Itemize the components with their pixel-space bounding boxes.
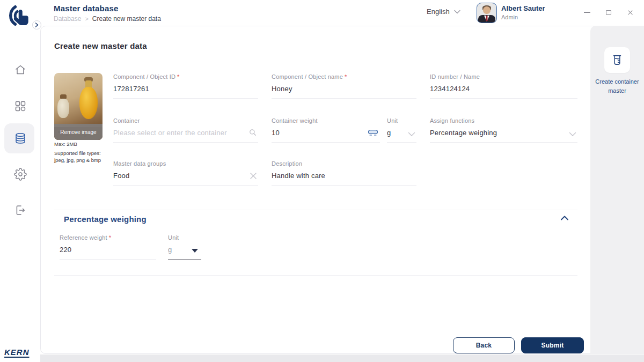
field-description: Description xyxy=(272,160,416,186)
app-window: Master database Database > Create new ma… xyxy=(0,0,644,362)
page-heading: Master database xyxy=(54,4,161,13)
language-selector[interactable]: English xyxy=(427,8,460,16)
component-name-label: Component / Object name* xyxy=(272,73,416,80)
description-input[interactable] xyxy=(272,167,416,186)
field-container: Container xyxy=(113,117,258,143)
master-data-groups-input[interactable] xyxy=(113,167,258,186)
scale-icon[interactable] xyxy=(367,128,379,137)
sidebar-item-apps[interactable] xyxy=(14,100,27,113)
avatar[interactable] xyxy=(477,3,497,23)
field-container-weight-unit: Unit xyxy=(387,117,416,143)
gear-icon xyxy=(14,168,27,181)
sidebar-item-home[interactable] xyxy=(14,63,27,76)
field-reference-unit: Unit xyxy=(168,234,201,260)
user-info: Albert Sauter Admin xyxy=(501,4,545,20)
breadcrumb: Database > Create new master data xyxy=(54,15,161,23)
component-id-label: Component / Object ID* xyxy=(113,73,258,80)
user-role: Admin xyxy=(501,14,545,20)
chevron-right-icon xyxy=(35,23,39,27)
section-title: Percentage weighing xyxy=(64,215,147,224)
back-button[interactable]: Back xyxy=(453,337,515,353)
field-component-id: Component / Object ID* xyxy=(113,73,258,99)
close-icon xyxy=(627,10,633,16)
submit-button[interactable]: Submit xyxy=(521,337,584,353)
container-weight-label: Container weight xyxy=(272,117,380,124)
clear-icon[interactable] xyxy=(250,172,257,180)
reference-weight-label: Reference weight* xyxy=(60,234,156,241)
field-master-data-groups: Master data groups xyxy=(113,160,258,186)
id-number-label: ID number / Name xyxy=(430,73,577,80)
breadcrumb-current: Create new master data xyxy=(92,15,161,23)
top-header: Master database Database > Create new ma… xyxy=(0,0,644,26)
chevron-down-icon xyxy=(454,10,460,14)
image-types-note-line1: Supported file types: xyxy=(54,150,113,157)
image-types-note-line2: jpeg, jpg, png & bmp xyxy=(54,157,113,164)
section-divider xyxy=(54,210,577,210)
sidebar: KERN xyxy=(0,26,40,362)
required-mark: * xyxy=(109,234,111,241)
unit-label: Unit xyxy=(387,117,416,124)
unit-label: Unit xyxy=(168,234,201,241)
apps-grid-icon xyxy=(14,100,27,113)
window-controls xyxy=(583,6,634,18)
image-max-size-note: Max: 2MB xyxy=(54,141,113,148)
reference-weight-input[interactable] xyxy=(60,241,156,260)
assign-functions-label: Assign functions xyxy=(430,117,577,124)
container-weight-input[interactable] xyxy=(272,124,380,143)
assign-functions-select[interactable] xyxy=(430,124,577,143)
component-id-input[interactable] xyxy=(113,80,258,99)
field-component-name: Component / Object name* xyxy=(272,73,416,99)
product-image-detail xyxy=(79,87,98,119)
minimize-button[interactable] xyxy=(583,8,591,17)
minimize-icon xyxy=(584,12,590,13)
container-label: Container xyxy=(113,117,258,124)
container-beaker-icon xyxy=(610,53,624,67)
maximize-icon xyxy=(606,10,611,15)
breadcrumb-parent[interactable]: Database xyxy=(54,15,81,23)
form-title: Create new master data xyxy=(54,41,147,50)
maximize-button[interactable] xyxy=(604,8,613,17)
right-action-panel: Create container master xyxy=(590,26,644,354)
create-container-master-label[interactable]: Create container master xyxy=(590,77,644,95)
main-content-card: Create new master data Remove image Max:… xyxy=(40,26,644,354)
avatar-head xyxy=(483,6,491,14)
field-assign-functions: Assign functions xyxy=(430,117,577,143)
chevron-up-icon xyxy=(560,215,570,221)
header-titles: Master database Database > Create new ma… xyxy=(54,4,161,23)
sidebar-item-database[interactable] xyxy=(14,132,27,145)
container-search-input[interactable] xyxy=(113,124,258,143)
dropdown-arrow-icon[interactable] xyxy=(192,249,198,253)
language-label: English xyxy=(427,8,450,16)
required-mark: * xyxy=(177,73,179,80)
content-divider xyxy=(54,275,577,276)
search-icon[interactable] xyxy=(248,128,257,137)
user-name: Albert Sauter xyxy=(501,4,545,12)
collapse-section-button[interactable] xyxy=(560,215,570,225)
breadcrumb-separator: > xyxy=(85,16,88,22)
close-button[interactable] xyxy=(626,8,634,17)
logout-icon xyxy=(14,204,27,217)
kern-brand-logo: KERN xyxy=(4,348,30,357)
create-container-master-button[interactable] xyxy=(604,47,630,73)
database-icon xyxy=(14,132,27,145)
component-name-input[interactable] xyxy=(272,80,416,99)
master-data-groups-label: Master data groups xyxy=(113,160,258,167)
sidebar-item-settings[interactable] xyxy=(14,168,27,181)
avatar-tie xyxy=(486,16,488,21)
sidebar-item-logout[interactable] xyxy=(14,204,27,217)
id-number-input[interactable] xyxy=(430,80,577,99)
chevron-down-icon[interactable] xyxy=(569,132,576,137)
field-id-number: ID number / Name xyxy=(430,73,577,99)
description-label: Description xyxy=(272,160,416,167)
field-container-weight: Container weight xyxy=(272,117,380,143)
image-upload-notes: Max: 2MB Supported file types: jpeg, jpg… xyxy=(54,141,113,164)
required-mark: * xyxy=(345,73,347,80)
window-bottom-strip xyxy=(40,354,644,362)
product-image: Remove image xyxy=(54,73,103,140)
remove-image-button[interactable]: Remove image xyxy=(54,124,103,140)
sidebar-expand-button[interactable] xyxy=(32,20,41,29)
product-image-detail xyxy=(57,99,69,118)
chevron-down-icon[interactable] xyxy=(408,132,415,137)
field-reference-weight: Reference weight* xyxy=(60,234,156,260)
home-icon xyxy=(14,63,27,76)
